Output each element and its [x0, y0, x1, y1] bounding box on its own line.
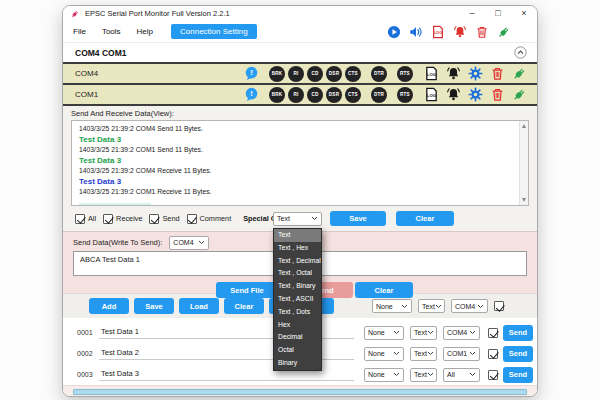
signal-badge-cd[interactable]: CD — [307, 66, 323, 82]
dropdown-item[interactable]: Octal — [274, 344, 321, 357]
signal-badge-dsr[interactable]: DSR — [326, 66, 342, 82]
connect-plug-icon[interactable] — [512, 87, 527, 102]
chevron-down-icon — [469, 351, 476, 356]
row-send-button[interactable]: Send — [503, 367, 533, 383]
filter-receive[interactable]: Receive — [103, 214, 142, 224]
menu-help[interactable]: Help — [137, 27, 153, 36]
ports-header: COM4 COM1 — [63, 43, 537, 62]
scrollbar[interactable] — [519, 121, 528, 205]
signal-badge-brk[interactable]: BRK — [269, 87, 285, 103]
gear-icon[interactable] — [468, 87, 483, 102]
row-id: 0001 — [77, 329, 99, 336]
load-button[interactable]: Load — [179, 298, 219, 314]
svg-text:LOG: LOG — [427, 72, 437, 77]
send-port-select[interactable]: COM4 — [169, 236, 209, 250]
add-button[interactable]: Add — [89, 298, 129, 314]
view-clear-button[interactable]: Clear — [396, 211, 454, 226]
dropdown-item[interactable]: Text , Dots — [274, 306, 321, 319]
scroll-up-icon[interactable] — [522, 124, 526, 128]
dropdown-item[interactable]: Text , ASCII — [274, 293, 321, 306]
dropdown-item[interactable]: Binary — [274, 357, 321, 370]
log-line: Test Data 3 — [79, 155, 514, 166]
trash-icon[interactable] — [490, 87, 505, 102]
signal-badge-dtr[interactable]: DTR — [371, 87, 387, 103]
bell-icon[interactable] — [446, 66, 461, 81]
svg-text:!: ! — [250, 89, 253, 98]
chevron-down-icon — [427, 330, 434, 335]
dropdown-item[interactable]: Text , Octal — [274, 267, 321, 280]
signal-badge-cd[interactable]: CD — [307, 87, 323, 103]
row-format-select[interactable]: Text — [410, 326, 437, 340]
alert-balloon-icon[interactable]: ! — [244, 87, 259, 102]
master-none-select[interactable]: None — [372, 299, 412, 313]
send-clear-button[interactable]: Clear — [355, 282, 413, 298]
send-checkbox[interactable] — [149, 214, 159, 224]
signal-badge-cts[interactable]: CTS — [345, 66, 361, 82]
row-none-select[interactable]: None — [364, 347, 404, 361]
row-port-select[interactable]: COM1 — [443, 347, 480, 361]
connect-plug-icon[interactable] — [512, 66, 527, 81]
view-save-button[interactable]: Save — [330, 211, 386, 226]
save-button[interactable]: Save — [134, 298, 174, 314]
signal-badge-dsr[interactable]: DSR — [326, 87, 342, 103]
signal-badge-ri[interactable]: RI — [288, 87, 304, 103]
row-send-button[interactable]: Send — [503, 325, 533, 341]
dropdown-item[interactable]: Hex — [274, 319, 321, 332]
log-icon[interactable]: LOG — [424, 87, 439, 102]
speaker-icon[interactable] — [409, 25, 423, 39]
row-none-select[interactable]: None — [364, 326, 404, 340]
maximize-icon[interactable]: □ — [485, 6, 511, 21]
filter-comment[interactable]: Comment — [187, 214, 232, 224]
log-icon[interactable]: LOG — [431, 25, 445, 39]
signal-badge-rts[interactable]: RTS — [397, 87, 413, 103]
row-checkbox[interactable] — [488, 370, 498, 380]
signal-badge-dtr[interactable]: DTR — [371, 66, 387, 82]
all-checkbox[interactable] — [75, 214, 85, 224]
receive-checkbox[interactable] — [103, 214, 113, 224]
master-port-select[interactable]: COM4 — [451, 299, 488, 313]
row-format-select[interactable]: Text — [410, 368, 437, 382]
signal-badge-ri[interactable]: RI — [288, 66, 304, 82]
dropdown-item[interactable]: Text — [274, 229, 321, 242]
trash-icon[interactable] — [475, 25, 489, 39]
clear-button[interactable]: Clear — [224, 298, 264, 314]
dropdown-item[interactable]: Text , Decimal — [274, 255, 321, 268]
alarm-bell-icon[interactable] — [453, 25, 467, 39]
row-port-select[interactable]: COM4 — [443, 326, 480, 340]
master-format-select[interactable]: Text — [418, 299, 445, 313]
collapse-chevron-icon[interactable] — [514, 46, 527, 59]
comment-checkbox[interactable] — [187, 214, 197, 224]
log-icon[interactable]: LOG — [424, 66, 439, 81]
alert-balloon-icon[interactable]: ! — [244, 66, 259, 81]
row-send-button[interactable]: Send — [503, 346, 533, 362]
master-checkbox[interactable] — [494, 301, 504, 311]
send-data-label: Send Data(Write To Send): — [73, 238, 162, 247]
signal-badge-brk[interactable]: BRK — [269, 66, 285, 82]
special-chars-select[interactable]: Text — [273, 212, 322, 226]
row-port-select[interactable]: All — [443, 368, 480, 382]
menu-tools[interactable]: Tools — [102, 27, 121, 36]
trash-icon[interactable] — [490, 66, 505, 81]
filter-send[interactable]: Send — [149, 214, 179, 224]
send-file-button[interactable]: Send File — [216, 282, 278, 298]
row-checkbox[interactable] — [488, 349, 498, 359]
connect-plug-icon[interactable] — [497, 25, 511, 39]
play-icon[interactable] — [387, 25, 401, 39]
minimize-icon[interactable]: – — [459, 6, 485, 21]
bell-icon[interactable] — [446, 87, 461, 102]
row-format-select[interactable]: Text — [410, 347, 437, 361]
close-icon[interactable]: × — [511, 6, 537, 21]
row-none-select[interactable]: None — [364, 368, 404, 382]
row-checkbox[interactable] — [488, 328, 498, 338]
gear-icon[interactable] — [468, 66, 483, 81]
dropdown-item[interactable]: Text , Binary — [274, 280, 321, 293]
scroll-down-icon[interactable] — [522, 198, 526, 202]
dropdown-item[interactable]: Decimal — [274, 331, 321, 344]
signal-badge-rts[interactable]: RTS — [397, 66, 413, 82]
dropdown-item[interactable]: Text , Hex — [274, 242, 321, 255]
connection-setting-button[interactable]: Connection Setting — [171, 24, 257, 39]
signal-badge-cts[interactable]: CTS — [345, 87, 361, 103]
filter-all[interactable]: All — [75, 214, 96, 224]
menu-file[interactable]: File — [73, 27, 86, 36]
log-view[interactable]: 1403/3/25 21:39:2 COM4 Send 11 Bytes. Te… — [71, 120, 529, 206]
